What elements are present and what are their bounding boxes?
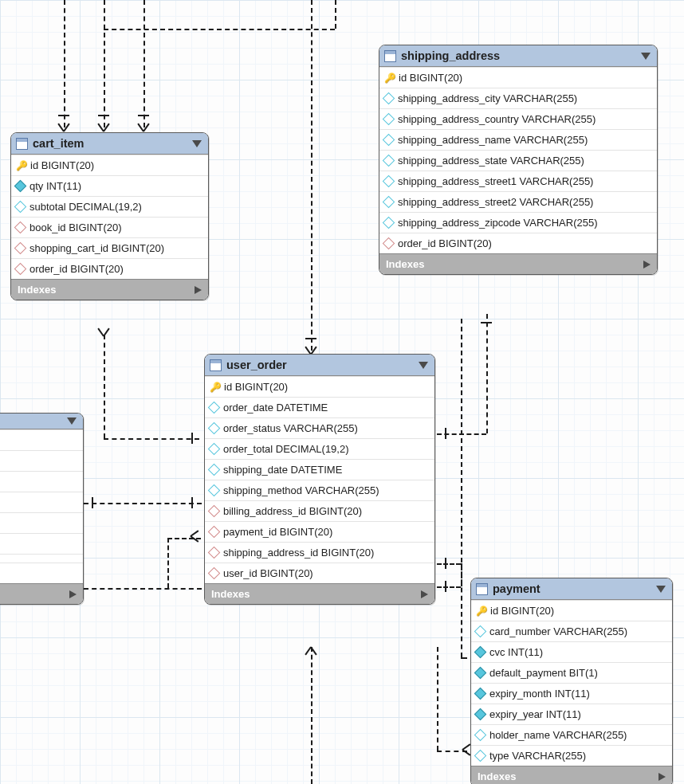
- column-row[interactable]: ARCHAR(255): [0, 450, 83, 471]
- column-row[interactable]: CHAR(255): [0, 563, 83, 583]
- column-row[interactable]: RCHAR(255): [0, 512, 83, 533]
- erd-canvas[interactable]: cart_item🔑id BIGINT(20)qty INT(11)subtot…: [0, 0, 684, 784]
- diamond-open-icon: [383, 92, 395, 105]
- entity-header[interactable]: payment: [471, 578, 672, 600]
- cardinality-one-icon: [98, 115, 109, 116]
- column-row[interactable]: 🔑id BIGINT(20): [11, 155, 208, 175]
- diamond-open-icon: [383, 134, 395, 147]
- column-row[interactable]: default_payment BIT(1): [471, 662, 672, 683]
- crows-foot-icon: [98, 123, 109, 131]
- entity-header[interactable]: user_order: [205, 355, 434, 376]
- column-text: id BIGINT(20): [399, 72, 462, 84]
- column-text: order_id BIGINT(20): [398, 237, 492, 249]
- indexes-section[interactable]: Indexes: [205, 583, 434, 604]
- column-row[interactable]: order_total DECIMAL(19,2): [205, 438, 434, 459]
- diamond-open-icon: [208, 422, 221, 435]
- relationship-line: [335, 0, 336, 29]
- column-row[interactable]: 🔑id BIGINT(20): [205, 376, 434, 397]
- foreign-key-icon: [14, 221, 27, 234]
- indexes-label: Indexes: [18, 284, 190, 296]
- column-row[interactable]: type VARCHAR(255): [471, 745, 672, 766]
- column-row[interactable]: shipping_address_street1 VARCHAR(255): [379, 171, 657, 191]
- indexes-section[interactable]: Indexes: [0, 583, 83, 604]
- column-row[interactable]: shipping_address_id BIGINT(20): [205, 542, 434, 563]
- column-text: holder_name VARCHAR(255): [489, 729, 627, 741]
- column-row[interactable]: order_id BIGINT(20): [11, 258, 208, 279]
- column-row[interactable]: payment_id BIGINT(20): [205, 521, 434, 542]
- column-row[interactable]: shipping_address_zipcode VARCHAR(255): [379, 212, 657, 233]
- column-row[interactable]: ARCHAR(255): [0, 533, 83, 554]
- column-row[interactable]: book_id BIGINT(20): [11, 217, 208, 237]
- chevron-right-icon[interactable]: [643, 261, 651, 269]
- column-row[interactable]: user_id BIGINT(20): [205, 563, 434, 583]
- indexes-label: Indexes: [0, 588, 65, 600]
- cardinality-one-icon: [58, 115, 69, 116]
- column-row[interactable]: RCHAR(255): [0, 492, 83, 512]
- entity-header[interactable]: cart_item: [11, 133, 208, 155]
- relationship-line: [104, 335, 105, 438]
- indexes-section[interactable]: Indexes: [379, 253, 657, 274]
- foreign-key-icon: [208, 505, 221, 518]
- entity-payment[interactable]: payment🔑id BIGINT(20)card_number VARCHAR…: [470, 578, 673, 784]
- entity-header[interactable]: [0, 414, 83, 429]
- column-row[interactable]: expiry_month INT(11): [471, 683, 672, 704]
- column-row[interactable]: order_id BIGINT(20): [379, 233, 657, 253]
- chevron-right-icon[interactable]: [658, 773, 666, 781]
- primary-key-icon: 🔑: [210, 382, 219, 393]
- chevron-down-icon[interactable]: [641, 53, 651, 60]
- column-row[interactable]: shipping_address_street2 VARCHAR(255): [379, 191, 657, 212]
- column-text: card_number VARCHAR(255): [489, 625, 627, 637]
- column-row[interactable]: holder_name VARCHAR(255): [471, 724, 672, 745]
- column-row[interactable]: 🔑id BIGINT(20): [379, 67, 657, 88]
- entity-billing-address-partial[interactable]: HAR(255)ARCHAR(255)RCHAR(255)RCHAR(255)R…: [0, 413, 84, 605]
- column-row[interactable]: RCHAR(255): [0, 471, 83, 492]
- column-row[interactable]: [0, 554, 83, 563]
- column-row[interactable]: shipping_date DATETIME: [205, 459, 434, 480]
- column-row[interactable]: shipping_address_country VARCHAR(255): [379, 108, 657, 129]
- column-row[interactable]: shipping_address_city VARCHAR(255): [379, 88, 657, 108]
- column-row[interactable]: billing_address_id BIGINT(20): [205, 500, 434, 521]
- column-row[interactable]: shopping_cart_id BIGINT(20): [11, 237, 208, 258]
- entity-cart-item[interactable]: cart_item🔑id BIGINT(20)qty INT(11)subtot…: [10, 132, 209, 300]
- chevron-right-icon[interactable]: [421, 590, 428, 598]
- chevron-down-icon[interactable]: [67, 417, 77, 425]
- column-row[interactable]: order_status VARCHAR(255): [205, 417, 434, 438]
- column-text: id BIGINT(20): [224, 381, 288, 393]
- column-text: order_total DECIMAL(19,2): [223, 443, 349, 455]
- column-row[interactable]: card_number VARCHAR(255): [471, 621, 672, 641]
- column-text: shopping_cart_id BIGINT(20): [29, 242, 164, 254]
- cardinality-one-icon: [191, 433, 193, 444]
- column-text: shipping_address_country VARCHAR(255): [398, 113, 596, 125]
- diamond-open-icon: [383, 113, 395, 126]
- entity-shipping-address[interactable]: shipping_address🔑id BIGINT(20)shipping_a…: [379, 45, 658, 275]
- entity-header[interactable]: shipping_address: [379, 45, 657, 67]
- column-text: subtotal DECIMAL(19,2): [29, 201, 142, 213]
- chevron-right-icon[interactable]: [69, 590, 77, 598]
- column-row[interactable]: cvc INT(11): [471, 641, 672, 662]
- column-row[interactable]: HAR(255): [0, 429, 83, 450]
- column-text: shipping_address_id BIGINT(20): [223, 547, 374, 559]
- column-text: shipping_address_name VARCHAR(255): [398, 134, 588, 146]
- column-row[interactable]: subtotal DECIMAL(19,2): [11, 196, 208, 217]
- column-row[interactable]: shipping_method VARCHAR(255): [205, 480, 434, 500]
- diamond-open-icon: [14, 201, 27, 214]
- entity-user-order[interactable]: user_order🔑id BIGINT(20)order_date DATET…: [204, 354, 435, 605]
- chevron-right-icon[interactable]: [195, 286, 202, 294]
- column-row[interactable]: shipping_address_state VARCHAR(255): [379, 150, 657, 171]
- column-row[interactable]: order_date DATETIME: [205, 397, 434, 417]
- crows-foot-icon: [462, 744, 470, 755]
- column-row[interactable]: 🔑id BIGINT(20): [471, 600, 672, 621]
- chevron-down-icon[interactable]: [419, 362, 428, 369]
- relationship-line: [311, 647, 313, 784]
- chevron-down-icon[interactable]: [656, 586, 666, 593]
- chevron-down-icon[interactable]: [192, 140, 202, 147]
- column-row[interactable]: expiry_year INT(11): [471, 704, 672, 724]
- indexes-section[interactable]: Indexes: [11, 279, 208, 300]
- column-row[interactable]: shipping_address_name VARCHAR(255): [379, 129, 657, 150]
- column-text: shipping_address_street1 VARCHAR(255): [398, 175, 593, 187]
- indexes-section[interactable]: Indexes: [471, 766, 672, 784]
- column-row[interactable]: qty INT(11): [11, 175, 208, 196]
- diamond-open-icon: [383, 196, 395, 209]
- diamond-open-icon: [208, 443, 221, 456]
- cardinality-one-icon: [481, 322, 492, 323]
